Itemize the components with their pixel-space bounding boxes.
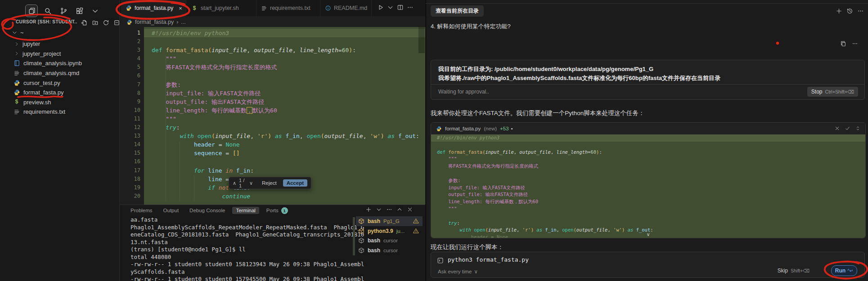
- code-card-added-count: +53: [500, 126, 509, 131]
- stop-button[interactable]: Stop Ctrl+Shift+⌫: [807, 87, 858, 97]
- editor-scrollbar[interactable]: [418, 27, 425, 53]
- history-icon[interactable]: [846, 8, 853, 14]
- chat-title-chip[interactable]: 查看当前所在目录: [431, 5, 484, 17]
- close-icon[interactable]: [834, 125, 840, 131]
- panel-tab-Problems[interactable]: Problems: [130, 208, 153, 213]
- skip-button[interactable]: Skip Shift+⌫: [778, 268, 810, 274]
- panel-tab-label: Problems: [130, 208, 153, 213]
- terminal-output[interactable]: aa.fastaPhaglo1_AssemblyScaffolds_Repeat…: [130, 216, 364, 281]
- more-icon[interactable]: [852, 40, 858, 47]
- chevron-up-icon[interactable]: [396, 206, 403, 213]
- code-line: continue: [152, 192, 419, 201]
- run-button[interactable]: Run ^↵: [831, 265, 857, 276]
- code-line: def format_fasta(input_file, output_file…: [152, 46, 419, 54]
- code-line: input_file: 输入FASTA文件路径: [437, 184, 653, 192]
- code-card-body: #!/usr/bin/env python3def format_fasta(i…: [431, 134, 865, 238]
- terminal-line: -rw-rw-r-- 1 student0 student0 157945500…: [130, 276, 364, 281]
- terminal-session-python3.9[interactable]: python3.9ju...: [356, 226, 423, 236]
- tab-label: requirements.txt: [270, 5, 310, 11]
- run-icon[interactable]: [377, 4, 384, 11]
- editor-code[interactable]: #!/usr/bin/env python3def format_fasta(i…: [152, 29, 419, 201]
- ask-every-time-dropdown[interactable]: Ask every time ∨: [438, 268, 478, 275]
- command-text: python3 format_fasta.py: [448, 256, 529, 263]
- more-icon[interactable]: [857, 8, 864, 14]
- cursor-window: CURSOR [SSH: STUDENT.. ~ jupyterjupyter_…: [0, 0, 868, 281]
- panel-tab-Debug Console[interactable]: Debug Console: [189, 208, 225, 213]
- sidebar-item-climate_analysis.ipynb[interactable]: climate_analysis.ipynb: [0, 58, 119, 68]
- inline-diff-popup: ∧ 1 / 1 ∨ Reject Accept: [229, 177, 311, 189]
- python-icon: [126, 19, 132, 25]
- terminal-session-list: bashPg1_Gpython3.9ju...bashcursorbashcur…: [356, 216, 423, 255]
- plus-icon[interactable]: [365, 206, 372, 213]
- terminal-line: 13.nt.fasta: [130, 239, 364, 246]
- file-label: cursor_test.py: [23, 80, 60, 86]
- panel-tab-Ports[interactable]: Ports1: [266, 207, 288, 214]
- breadcrumb[interactable]: format_fasta.py › ...: [126, 19, 186, 25]
- panel-tab-label: Output: [163, 208, 179, 213]
- line-number: 1: [119, 29, 140, 37]
- terminal-session-bash[interactable]: bashcursor: [356, 236, 423, 246]
- updown-icon[interactable]: [855, 125, 861, 131]
- panel-tab-label: Terminal: [236, 208, 255, 213]
- explorer-root[interactable]: ~: [0, 27, 119, 37]
- check-icon[interactable]: [845, 125, 850, 131]
- diff-nav-up-icon[interactable]: ∧: [233, 180, 236, 186]
- line-number: 19: [119, 183, 140, 192]
- terminal-session-bash[interactable]: bashPg1_G: [356, 216, 423, 226]
- code-card-collapse-icon[interactable]: ∨: [646, 232, 650, 237]
- sidebar-item-cursor_test.py[interactable]: cursor_test.py: [0, 78, 119, 88]
- code-line: with open(input_file, 'r') as f_in, open…: [437, 227, 653, 234]
- list-icon: [13, 108, 20, 116]
- diff-nav-down-icon[interactable]: ∨: [249, 180, 253, 186]
- code-line: [152, 157, 419, 166]
- sidebar-item-jupyter_project[interactable]: jupyter_project: [0, 49, 119, 59]
- chevron-down-icon[interactable]: [376, 206, 382, 213]
- panel-tab-Output[interactable]: Output: [163, 208, 179, 213]
- split-icon[interactable]: [397, 4, 404, 11]
- sidebar-item-jupyter[interactable]: jupyter: [0, 39, 119, 49]
- user-message-text: 我目前的工作目录为: /public/home/student0/workpla…: [438, 65, 720, 83]
- sidebar-item-preview.sh[interactable]: $preview.sh: [0, 98, 119, 107]
- code-line: try:: [437, 220, 653, 227]
- source-control-icon[interactable]: [58, 5, 69, 17]
- code-line: 参数:: [437, 177, 653, 184]
- reject-button[interactable]: Reject: [262, 180, 277, 186]
- tab-start_jupyter.sh[interactable]: $start_jupyter.sh: [186, 0, 256, 16]
- extensions-icon[interactable]: [73, 5, 85, 17]
- new-file-icon[interactable]: [81, 19, 88, 26]
- code-diff-card: format_fasta.py (new) +53 • #!/usr/bin/e…: [431, 122, 866, 238]
- close-icon[interactable]: [407, 206, 413, 213]
- chevron-down-icon[interactable]: [387, 4, 394, 11]
- line-number: 7: [119, 80, 140, 89]
- terminal-session-bash[interactable]: bashcursor: [356, 245, 423, 255]
- files-icon[interactable]: [25, 4, 38, 17]
- search-icon[interactable]: [42, 5, 54, 17]
- code-line: """: [152, 54, 419, 63]
- tab-format_fasta.py[interactable]: format_fasta.py×: [121, 0, 186, 16]
- plus-icon[interactable]: [836, 8, 842, 14]
- close-icon[interactable]: ×: [179, 5, 182, 12]
- refresh-icon[interactable]: [102, 19, 109, 26]
- panel-tab-Terminal[interactable]: Terminal: [232, 207, 259, 214]
- accept-button[interactable]: Accept: [283, 179, 307, 187]
- terminal-line: aa.fasta: [130, 216, 364, 224]
- code-line: """: [437, 156, 653, 163]
- sidebar-item-format_fasta.py[interactable]: format_fasta.py: [0, 88, 119, 98]
- file-label: requirements.txt: [23, 108, 65, 115]
- terminal-scrollbar[interactable]: [353, 217, 355, 255]
- chevron-down-icon[interactable]: [89, 5, 101, 17]
- more-icon[interactable]: [407, 4, 414, 11]
- python-icon: [436, 126, 442, 132]
- editor-tab-actions: [377, 4, 414, 11]
- sidebar-item-requirements.txt[interactable]: requirements.txt: [0, 107, 119, 117]
- new-folder-icon[interactable]: [91, 19, 99, 26]
- session-detail: ju...: [396, 228, 405, 234]
- more-icon[interactable]: [386, 206, 392, 213]
- code-line: line_length: 每行的碱基数，默认为60: [437, 198, 653, 205]
- code-line: [437, 142, 653, 149]
- terminal-line: Phaglo1_AssemblyScaffolds_RepeatModeler_…: [130, 224, 364, 232]
- copy-icon[interactable]: [840, 40, 846, 47]
- tab-requirements.txt[interactable]: requirements.txt: [256, 0, 320, 16]
- tab-README.md[interactable]: README.md: [320, 0, 372, 16]
- sidebar-item-climate_analysis.qmd[interactable]: climate_analysis.qmd: [0, 68, 119, 78]
